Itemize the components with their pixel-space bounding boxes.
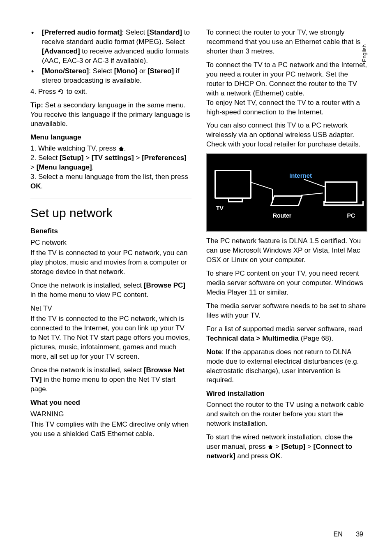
wired-para-2: To start the wired network installation,… [206,433,367,461]
label: [Mono/Stereo] [42,67,89,75]
pc-network-para-2: Once the network is installed, select [B… [30,281,191,300]
media-server-need: To share PC content on your TV, you need… [206,269,367,297]
text: 2. Select [30,154,60,162]
opt-mono: [Mono] [114,67,138,75]
text: to exit. [65,88,87,95]
benefits-heading: Benefits [30,227,191,236]
page-columns: [Preferred audio format]: Select [Standa… [30,28,367,465]
text: in the home menu to view PC content. [30,291,148,299]
media-server-share: The media server software needs to be se… [206,302,367,320]
note-text: : If the apparatus does not return to DL… [206,348,359,384]
menu-language: [Menu language] [37,163,92,171]
text: in the home menu to open the Net TV star… [30,376,175,393]
opt-standard: [Standard] [147,28,182,36]
pc-network-connect: To connect the TV to a PC network and th… [206,60,367,98]
tip-para: Tip: Set a secondary language in the sam… [30,101,191,129]
text: . [280,452,282,460]
ok: OK [270,452,281,460]
step-1: 1. While watching TV, press . [30,144,191,153]
home-icon [118,146,124,151]
opt-advanced: [Advanced] [42,47,80,55]
sep: > [30,163,37,171]
diagram-line [299,179,325,200]
net-tv-heading: Net TV [30,304,191,313]
bullet-mono-stereo: [Mono/Stereo]: Select [Mono] or [Stereo]… [42,67,191,86]
browse-pc: [Browse PC] [144,281,185,289]
net-tv-para-1: If the TV is connected to the PC network… [30,314,191,362]
text: and press [235,452,270,460]
step-2: 2. Select [Setup] > [TV settings] > [Pre… [30,153,191,172]
text: . [92,163,94,171]
text: Once the network is installed, select [30,366,144,374]
diagram-pc-label: PC [347,212,355,220]
text: 3. Select a menu language from the list,… [30,173,188,181]
tip-text: Set a secondary language in the same men… [30,101,190,128]
network-diagram: TV Internet Router PC [206,153,367,232]
step-4: 4. Press to exit. [30,87,191,97]
sep: > [273,443,281,450]
diagram-internet-label: Internet [289,172,312,180]
note-label: Note [206,348,222,356]
router-recommend: To connect the router to your TV, we str… [206,28,367,56]
tip-label: Tip: [30,101,43,109]
text: 4. Press [30,88,58,95]
back-icon [58,89,65,95]
supported-software: For a list of supported media server sof… [206,325,367,343]
net-tv-para-2: Once the network is installed, select [B… [30,366,191,394]
left-column: [Preferred audio format]: Select [Standa… [30,28,191,465]
section-heading-setup-network: Set up network [30,199,191,222]
text: 1. While watching TV, press [30,144,118,152]
page-number: 39 [356,531,363,538]
diagram-pc-icon [325,181,357,203]
wired-para-1: Connect the router to the TV using a net… [206,400,367,429]
bullet-list: [Preferred audio format]: Select [Standa… [30,28,191,86]
wired-installation-heading: Wired installation [206,389,367,399]
page-footer: EN 39 [334,530,363,539]
text: (Page 68). [299,334,333,342]
warning-heading: WARNING [30,410,191,419]
bullet-preferred-audio: [Preferred audio format]: Select [Standa… [42,28,191,66]
text: : Select [89,67,114,75]
net-tv-router: To enjoy Net TV, connect the TV to a rou… [206,98,367,117]
sep: > [134,154,142,162]
text: . [41,182,43,190]
label: [Preferred audio format] [42,28,122,36]
text: . [124,144,126,152]
sep: > [305,443,313,450]
opt-stereo: [Stereo] [148,67,174,75]
ok: OK [30,182,41,190]
menu-lang-steps: 1. While watching TV, press . 2. Select … [30,144,191,191]
menu-language-heading: Menu language [30,133,191,142]
sep: > [83,154,91,162]
pc-network-para-1: If the TV is connected to your PC networ… [30,248,191,277]
setup: [Setup] [60,154,84,162]
home-icon [267,444,273,450]
diagram-tv-label: TV [216,204,224,212]
preferences: [Preferences] [142,154,187,162]
diagram-router-icon [270,195,302,206]
technical-data-link: Technical data > Multimedia [206,334,299,342]
step-3: 3. Select a menu language from the list,… [30,172,191,191]
wireless-adapter: You can also connect this TV to a PC net… [206,121,367,149]
warning-text: This TV complies with the EMC directive … [30,420,191,439]
language-tab: English [361,44,368,62]
text: Once the network is installed, select [30,281,144,289]
text: : Select [122,28,147,36]
diagram-router-label: Router [273,212,291,220]
diagram-tv-icon [214,170,251,199]
what-you-need-heading: What you need [30,398,191,408]
dlna-certified: The PC network feature is DLNA 1.5 certi… [206,237,367,265]
pc-network-heading: PC network [30,238,191,248]
text: or [137,67,148,75]
text: For a list of supported media server sof… [206,325,362,333]
right-column: To connect the router to your TV, we str… [206,28,367,465]
note-dlna: Note: If the apparatus does not return t… [206,348,367,385]
tv-settings: [TV settings] [92,154,134,162]
footer-lang: EN [334,531,343,538]
diagram-line [251,182,273,203]
setup: [Setup] [281,443,306,450]
